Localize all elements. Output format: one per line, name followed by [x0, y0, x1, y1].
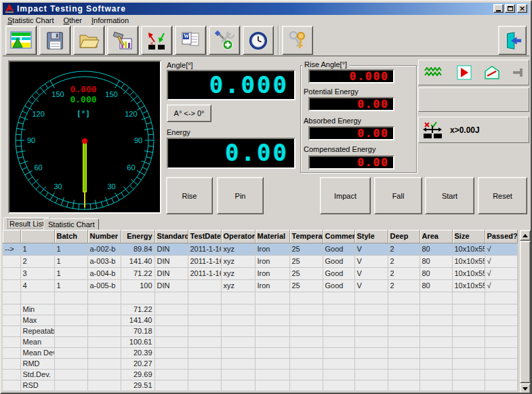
- open-button[interactable]: [73, 26, 104, 55]
- angle-zero-toggle-button[interactable]: A° <-> 0°: [167, 104, 211, 122]
- column-header[interactable]: Comment: [323, 230, 354, 243]
- gauge-svg: 3030606090901201201501500.0000.000[°]: [9, 62, 160, 212]
- table-row[interactable]: Std.Dev.29.69: [3, 369, 517, 380]
- table-cell: [354, 304, 388, 315]
- table-cell: [485, 292, 517, 304]
- table-cell: V: [354, 267, 388, 279]
- pin-icon[interactable]: [512, 68, 523, 77]
- column-header[interactable]: Standard: [155, 230, 188, 243]
- table-scrollbar[interactable]: [520, 230, 531, 394]
- table-cell: 29.69: [121, 369, 155, 380]
- start-button[interactable]: Start: [425, 177, 474, 214]
- statistic-chart-button[interactable]: [5, 26, 37, 55]
- table-cell: 100.61: [121, 336, 155, 347]
- title-bar: Impact Testing Software ×: [3, 3, 529, 15]
- table-cell: 25: [289, 255, 323, 267]
- keys-button[interactable]: [282, 26, 313, 55]
- exit-button[interactable]: [498, 26, 527, 55]
- pin-button[interactable]: Pin: [217, 177, 264, 214]
- scroll-up-icon: [523, 234, 528, 237]
- table-cell: 25: [289, 243, 323, 255]
- scroll-down-button[interactable]: [520, 383, 531, 394]
- column-header[interactable]: Passed?: [485, 230, 517, 243]
- calibration-button[interactable]: x: [141, 26, 172, 55]
- column-header[interactable]: [20, 230, 54, 243]
- table-cell: [20, 292, 54, 304]
- table-cell: 2: [388, 267, 420, 279]
- table-cell: 1: [20, 243, 54, 255]
- save-button[interactable]: [39, 26, 70, 55]
- svg-text:120: 120: [125, 110, 137, 118]
- column-header[interactable]: Deep: [388, 230, 420, 243]
- menu-item-other[interactable]: Other: [58, 16, 87, 25]
- maximize-icon: [508, 6, 513, 11]
- column-header[interactable]: Temperat: [289, 230, 323, 243]
- table-row[interactable]: [3, 292, 517, 304]
- table-cell: 141.40: [121, 315, 155, 326]
- table-cell: [188, 336, 221, 347]
- play-icon[interactable]: [457, 65, 472, 80]
- column-header[interactable]: Number: [87, 230, 121, 243]
- absorbed-energy-label: Absorbed Energy: [304, 117, 361, 125]
- column-header[interactable]: Operator: [221, 230, 255, 243]
- table-cell: [188, 358, 221, 369]
- table-row[interactable]: Repeatabili70.18: [3, 326, 517, 336]
- threshold-icon: [423, 121, 446, 139]
- column-header[interactable]: [3, 230, 20, 243]
- close-button[interactable]: ×: [517, 4, 527, 13]
- reset-button[interactable]: Reset: [478, 177, 527, 214]
- table-cell: 80: [420, 255, 452, 267]
- table-cell: √: [485, 243, 517, 255]
- table-cell: Iron: [255, 279, 289, 292]
- table-cell: [388, 347, 420, 358]
- column-header[interactable]: TestDate: [188, 230, 221, 243]
- svg-text:30: 30: [107, 182, 115, 191]
- word-report-button[interactable]: W: [175, 26, 206, 55]
- table-row[interactable]: RSD29.51: [3, 380, 517, 391]
- menu-item-statistic-chart[interactable]: Statistic Chart: [3, 16, 58, 25]
- table-row[interactable]: 31a-004-b71.22DIN2011-1-16xyzIron25GoodV…: [3, 267, 517, 279]
- column-header[interactable]: Material: [255, 230, 289, 243]
- table-row[interactable]: Max141.40: [3, 315, 517, 326]
- table-row[interactable]: RMD20.27: [3, 358, 517, 369]
- table-row[interactable]: Min71.22: [3, 304, 517, 315]
- table-row[interactable]: Mean100.61: [3, 336, 517, 347]
- column-header[interactable]: Size: [452, 230, 485, 243]
- table-cell: xyz: [221, 243, 255, 255]
- minimize-button[interactable]: [493, 4, 504, 13]
- svg-text:150: 150: [105, 90, 117, 98]
- table-cell: DIN: [155, 243, 188, 255]
- column-header[interactable]: Style: [354, 230, 388, 243]
- maximize-button[interactable]: [505, 4, 515, 13]
- scrollbar-thumb[interactable]: [520, 241, 531, 383]
- tools-button[interactable]: [209, 26, 240, 55]
- test-config-button[interactable]: [107, 26, 138, 55]
- menu-item-information[interactable]: Information: [87, 16, 134, 25]
- table-cell: 2011-1-16: [188, 243, 221, 255]
- clock-button[interactable]: [243, 26, 274, 55]
- result-table: BatchNumberEnergyStandardTestDateOperato…: [3, 230, 518, 391]
- table-row[interactable]: 21a-003-b141.40DIN2011-1-16xyzIron25Good…: [3, 255, 517, 267]
- table-row[interactable]: 41a-005-b100DINxyzIron25GoodV28010x10x55…: [3, 279, 517, 292]
- table-cell: [255, 315, 289, 326]
- column-header[interactable]: Area: [420, 230, 452, 243]
- fall-button[interactable]: Fall: [374, 177, 422, 214]
- table-cell: 71.22: [121, 267, 155, 279]
- open-folder-icon: [78, 31, 100, 50]
- table-cell: [221, 369, 255, 380]
- table-cell: [3, 347, 20, 358]
- table-cell: 10x10x55: [452, 279, 485, 292]
- column-header[interactable]: Energy: [121, 230, 155, 243]
- envelope-icon[interactable]: [484, 66, 500, 79]
- scroll-up-button[interactable]: [520, 230, 531, 241]
- table-cell: [485, 304, 517, 315]
- word-report-icon: W: [180, 31, 201, 51]
- column-header[interactable]: Batch: [54, 230, 87, 243]
- rise-button[interactable]: Rise: [166, 177, 213, 214]
- table-cell: [255, 358, 289, 369]
- table-cell: 3: [20, 267, 54, 279]
- impact-button[interactable]: Impact: [320, 177, 371, 214]
- table-row[interactable]: -->11a-002-b89.84DIN2011-1-16xyzIron25Go…: [3, 243, 517, 255]
- tab-statistic-chart[interactable]: Statistic Chart: [43, 218, 99, 230]
- table-row[interactable]: Mean Dev.20.39: [3, 347, 517, 358]
